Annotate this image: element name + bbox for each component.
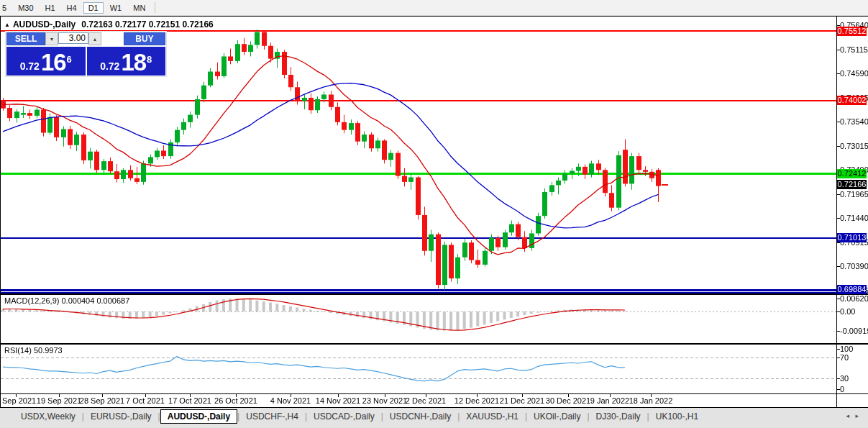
date-axis-label: 4 Nov 2021 [270, 396, 311, 405]
date-axis-label: 30 Dec 2021 [546, 396, 590, 405]
rsi-axis-label: 100 [840, 345, 853, 353]
timeframe-toolbar: 5M30H1H4D1W1MN [0, 0, 868, 16]
level-price-badge: 0.71013 [837, 233, 867, 242]
chart-tab-usdchf-h4[interactable]: USDCHF-,H4 [239, 409, 305, 424]
ohlc-values: 0.72163 0.72177 0.72151 0.72166 [81, 19, 214, 29]
rsi-indicator-label: RSI(14) 50.9973 [4, 346, 63, 355]
chart-tab-audusd-daily[interactable]: AUDUSD-,Daily [160, 409, 237, 424]
date-axis-label: 26 Oct 2021 [214, 396, 257, 405]
price-axis-label: 0.73540 [840, 117, 868, 126]
ask-pipette: 8 [147, 54, 152, 65]
current-price-badge: 0.72166 [837, 180, 867, 189]
price-axis-label: 0.71965 [840, 190, 868, 199]
toolbar-divider [155, 2, 155, 13]
one-click-trading-panel: SELL ▼ ▲ BUY 0.72166 0.72188 [6, 32, 166, 76]
tab-scroll-arrows: ◂ ▸ [844, 409, 861, 419]
symbol-timeframe-label: AUDUSD-,Daily [13, 19, 76, 29]
date-axis-label: 7 Oct 2021 [126, 396, 165, 405]
timeframe-button-h4[interactable]: H4 [62, 2, 82, 14]
date-axis-label: 9 Sep 2021 [0, 396, 36, 405]
level-price-badge: 0.72412 [837, 169, 867, 178]
timeframe-button-w1[interactable]: W1 [105, 2, 127, 14]
timeframe-button-m30[interactable]: M30 [13, 2, 38, 14]
chart-tab-usdcad-daily[interactable]: USDCAD-,Daily [307, 409, 381, 424]
rsi-axis-label: 30 [840, 374, 849, 383]
date-axis-label: 9 Jan 2022 [590, 396, 629, 405]
symbol-tabs: USDX,Weekly|EURUSD-,Daily|AUDUSD-,Daily|… [14, 409, 705, 424]
date-axis-label: 28 Sep 2021 [80, 396, 124, 405]
date-axis-label: 21 Dec 2021 [500, 396, 544, 405]
level-price-badge: 0.75512 [837, 27, 867, 36]
price-axis-label: 0.73015 [840, 142, 868, 150]
chart-tab-ukoil-daily[interactable]: UKOil-,Daily [527, 409, 587, 424]
timeframe-button-h1[interactable]: H1 [40, 2, 60, 14]
chart-tab-dj30-daily[interactable]: DJ30-,Daily [590, 409, 647, 424]
buy-button[interactable]: BUY [124, 32, 165, 45]
price-axis-label: 0.75115 [840, 45, 868, 54]
level-price-badge: 0.69884 [837, 285, 867, 294]
macd-axis-label: 0.006201 [840, 294, 868, 303]
trade-controls-row: SELL ▼ ▲ BUY [6, 32, 165, 45]
sell-button[interactable]: SELL [6, 32, 45, 45]
tab-scroll-left-icon[interactable]: ◂ [846, 412, 849, 419]
chart-tab-xauusd-h1[interactable]: XAUUSD-,H1 [460, 409, 525, 424]
rsi-axis-label: 70 [840, 353, 849, 362]
ask-big-figure: 18 [121, 52, 146, 73]
volume-down-button[interactable]: ▼ [45, 32, 58, 45]
bid-prefix: 0.72 [20, 59, 40, 73]
ask-prefix: 0.72 [100, 59, 119, 73]
timeframe-button-d1[interactable]: D1 [83, 2, 104, 14]
date-axis-label: 12 Dec 2021 [454, 396, 499, 405]
date-axis-label: 17 Oct 2021 [168, 396, 211, 405]
tab-scroll-right-icon[interactable]: ▸ [855, 412, 859, 419]
bid-pipette: 6 [67, 54, 72, 65]
rsi-axis-label: 0 [840, 385, 844, 393]
date-axis-label: 14 Nov 2021 [316, 396, 360, 405]
price-axis-label: 0.70390 [840, 262, 868, 270]
chart-tab-eurusd-daily[interactable]: EURUSD-,Daily [84, 409, 158, 424]
date-axis-label: 2 Dec 2021 [406, 396, 446, 405]
price-axis-label: 0.74590 [840, 69, 868, 78]
date-axis-label: 19 Sep 2021 [37, 396, 81, 405]
macd-indicator-label: MACD(12,26,9) 0.000404 0.000687 [4, 296, 129, 305]
bid-big-figure: 16 [41, 52, 66, 73]
chart-tab-uk100-h1[interactable]: UK100-,H1 [649, 409, 705, 424]
chart-tab-usdcnh-daily[interactable]: USDCNH-,Daily [383, 409, 457, 424]
timeframe-button-mn[interactable]: MN [128, 2, 150, 14]
level-price-badge: 0.74002 [837, 96, 867, 105]
date-axis-label: 18 Jan 2022 [629, 396, 673, 405]
bid-ask-row: 0.72166 0.72188 [6, 47, 165, 76]
symbol-tab-bar: USDX,Weekly|EURUSD-,Daily|AUDUSD-,Daily|… [0, 408, 868, 428]
collapse-triangle-icon[interactable]: ▲ [4, 22, 10, 28]
macd-axis-label: -0.009197 [840, 327, 868, 335]
volume-up-button[interactable]: ▲ [88, 32, 101, 45]
chart-tab-usdx-weekly[interactable]: USDX,Weekly [14, 409, 82, 424]
price-axis-label: 0.71440 [840, 214, 868, 222]
bid-price-panel[interactable]: 0.72166 [6, 47, 86, 76]
mt4-window: 5M30H1H4D1W1MN ▲AUDUSD-,Daily0.72163 0.7… [0, 0, 868, 428]
volume-input[interactable] [58, 32, 88, 44]
macd-axis-label: 0.00 [840, 307, 855, 316]
timeframe-button-5[interactable]: 5 [0, 2, 12, 14]
ask-price-panel[interactable]: 0.72188 [87, 47, 166, 76]
chart-title: ▲AUDUSD-,Daily0.72163 0.72177 0.72151 0.… [4, 19, 214, 29]
date-axis-label: 23 Nov 2021 [362, 396, 407, 405]
